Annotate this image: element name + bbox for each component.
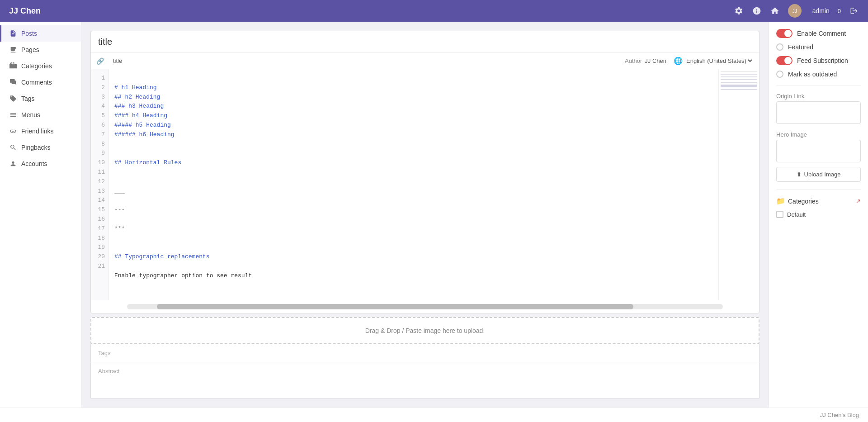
author-label: Author (625, 57, 642, 64)
username-label: admin (812, 7, 830, 14)
sidebar-pages-label: Pages (21, 46, 39, 53)
origin-link-section: Origin Link (776, 93, 861, 126)
link-icon: 🔗 (96, 57, 104, 65)
avatar[interactable]: JJ (788, 4, 802, 18)
enable-comment-toggle[interactable] (776, 29, 793, 38)
abstract-section[interactable]: Abstract (90, 362, 760, 398)
editor-body: 12345 678910 1112131415 1617181920 21 # … (91, 69, 759, 300)
sidebar-item-pages[interactable]: Pages (0, 42, 81, 58)
main-layout: Posts Pages Categories Comments Tags Men… (0, 22, 868, 408)
upload-image-label: Upload Image (804, 171, 841, 178)
drop-zone[interactable]: Drag & Drop / Paste image here to upload… (90, 317, 760, 344)
sidebar-categories-label: Categories (21, 62, 52, 70)
settings-icon[interactable] (734, 6, 744, 16)
home-icon[interactable] (770, 6, 780, 16)
sidebar: Posts Pages Categories Comments Tags Men… (0, 22, 81, 408)
sidebar-item-friend-links[interactable]: Friend links (0, 123, 81, 139)
topbar: JJ Chen JJ admin 0 (0, 0, 868, 22)
enable-comment-row: Enable Comment (776, 29, 861, 38)
title-bar (91, 31, 759, 53)
hero-image-label: Hero Image (776, 131, 861, 138)
app-title: JJ Chen (9, 6, 41, 16)
sidebar-accounts-label: Accounts (21, 160, 47, 167)
language-select[interactable]: English (United States) (684, 57, 754, 65)
sidebar-tags-label: Tags (21, 95, 35, 102)
sidebar-item-accounts[interactable]: Accounts (0, 156, 81, 172)
right-panel: Enable Comment Featured Feed Subscriptio… (769, 22, 868, 408)
title-input[interactable] (98, 37, 752, 47)
hero-image-input[interactable] (776, 140, 861, 162)
author-value: JJ Chen (645, 57, 666, 64)
drop-zone-text: Drag & Drop / Paste image here to upload… (365, 327, 485, 334)
feed-subscription-row: Feed Subscription (776, 56, 861, 65)
toggle-knob-feed (784, 57, 792, 64)
featured-radio[interactable] (776, 43, 783, 51)
mark-outdated-label: Mark as outdated (788, 71, 837, 78)
notification-count: 0 (838, 8, 841, 14)
external-link-icon[interactable]: ↗ (856, 198, 861, 204)
code-editor[interactable]: # h1 Heading ## h2 Heading ### h3 Headin… (109, 69, 718, 300)
sidebar-item-posts[interactable]: Posts (0, 25, 81, 42)
editor-scrollbar[interactable] (127, 304, 723, 309)
sidebar-item-pingbacks[interactable]: Pingbacks (0, 139, 81, 156)
panel-divider-2 (776, 189, 861, 190)
footer: JJ Chen's Blog (0, 408, 868, 422)
origin-link-input[interactable] (776, 101, 861, 124)
folder-icon: 📁 (776, 197, 785, 205)
logout-icon[interactable] (849, 6, 859, 16)
sidebar-pingbacks-label: Pingbacks (21, 144, 51, 151)
hero-image-section: Hero Image ⬆ Upload Image (776, 131, 861, 182)
categories-row: 📁 Categories ↗ (776, 197, 861, 205)
upload-icon: ⬆ (797, 171, 802, 178)
info-icon[interactable] (752, 6, 762, 16)
featured-label: Featured (788, 43, 813, 51)
sidebar-item-comments[interactable]: Comments (0, 74, 81, 90)
editor-scrollbar-thumb[interactable] (157, 304, 633, 309)
default-category-label: Default (787, 211, 806, 218)
featured-row: Featured (776, 43, 861, 51)
sidebar-comments-label: Comments (21, 79, 52, 86)
line-numbers: 12345 678910 1112131415 1617181920 21 (91, 69, 109, 300)
feed-subscription-label: Feed Subscription (797, 57, 848, 64)
sidebar-item-menus[interactable]: Menus (0, 107, 81, 123)
lang-select-wrap: 🌐 English (United States) (674, 57, 754, 65)
sidebar-menus-label: Menus (21, 111, 40, 119)
meta-bar: 🔗 Author JJ Chen 🌐 English (United State… (91, 53, 759, 69)
default-category-row: Default (776, 211, 861, 218)
tags-placeholder: Tags (98, 350, 110, 356)
tags-section[interactable]: Tags (90, 344, 760, 362)
default-category-checkbox[interactable] (776, 211, 783, 218)
content-area: 🔗 Author JJ Chen 🌐 English (United State… (81, 22, 769, 408)
panel-divider-1 (776, 85, 861, 85)
slug-input[interactable] (113, 57, 618, 64)
toggle-knob (784, 30, 792, 37)
preview-pane (718, 69, 759, 300)
categories-left: 📁 Categories (776, 197, 819, 205)
blog-name: JJ Chen's Blog (820, 412, 859, 418)
preview-pane-inner (721, 71, 757, 299)
upload-image-button[interactable]: ⬆ Upload Image (776, 167, 861, 182)
sidebar-posts-label: Posts (21, 30, 37, 37)
origin-link-label: Origin Link (776, 93, 861, 100)
abstract-placeholder: Abstract (98, 368, 120, 375)
feed-subscription-toggle[interactable] (776, 56, 793, 65)
topbar-left: JJ Chen (9, 6, 41, 16)
globe-icon: 🌐 (674, 57, 683, 65)
sidebar-friend-links-label: Friend links (21, 128, 54, 135)
author-section: Author JJ Chen (625, 57, 666, 64)
topbar-right: JJ admin 0 (734, 4, 859, 18)
sidebar-item-categories[interactable]: Categories (0, 58, 81, 74)
editor-scrollbar-container (91, 300, 759, 313)
sidebar-item-tags[interactable]: Tags (0, 90, 81, 107)
categories-label: Categories (788, 198, 819, 205)
editor-container: 🔗 Author JJ Chen 🌐 English (United State… (90, 31, 760, 313)
enable-comment-label: Enable Comment (797, 30, 846, 37)
mark-outdated-row: Mark as outdated (776, 71, 861, 78)
mark-outdated-radio[interactable] (776, 71, 783, 78)
